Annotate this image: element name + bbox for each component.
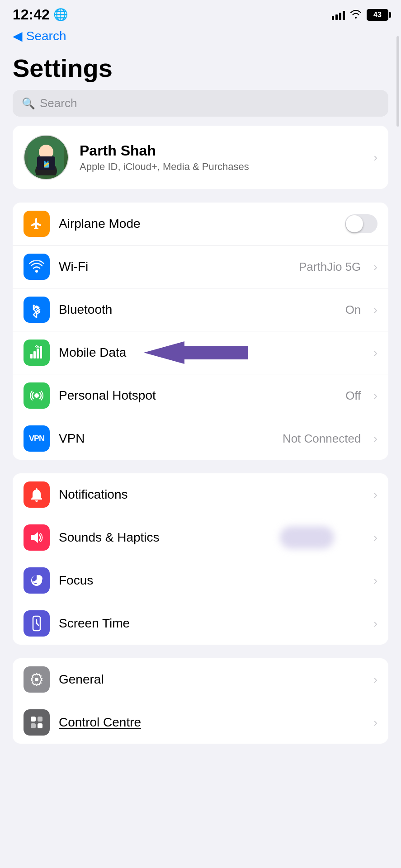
profile-subtitle: Apple ID, iCloud+, Media & Purchases	[80, 161, 363, 173]
scrollbar[interactable]	[396, 36, 399, 127]
signal-bars	[332, 10, 345, 20]
signal-bar-1	[332, 16, 334, 20]
focus-icon	[24, 567, 50, 594]
vpn-row[interactable]: VPN VPN Not Connected ›	[13, 417, 388, 460]
status-time: 12:42	[13, 6, 50, 23]
airplane-mode-toggle[interactable]	[345, 214, 377, 233]
page-title: Settings	[13, 53, 388, 83]
connectivity-card: Airplane Mode Wi-Fi ParthJio 5G › Bl	[13, 203, 388, 460]
focus-row[interactable]: Focus ›	[13, 559, 388, 602]
profile-name: Parth Shah	[80, 142, 363, 159]
notifications-row[interactable]: Notifications ›	[13, 473, 388, 516]
bluetooth-chevron: ›	[373, 303, 377, 317]
general-label: General	[59, 672, 364, 687]
personal-hotspot-chevron: ›	[373, 389, 377, 403]
globe-icon: 🌐	[53, 8, 68, 22]
mobile-data-label: Mobile Data	[59, 345, 364, 360]
control-centre-icon	[24, 709, 50, 736]
battery-indicator: 43	[367, 9, 388, 21]
svg-point-5	[35, 270, 38, 273]
screen-time-row[interactable]: Screen Time ›	[13, 602, 388, 645]
personal-hotspot-icon	[24, 382, 50, 409]
status-bar: 12:42 🌐 43	[0, 0, 401, 27]
screen-time-label: Screen Time	[59, 616, 364, 631]
personal-hotspot-value: Off	[345, 389, 361, 403]
focus-chevron: ›	[373, 574, 377, 588]
general-card: Notifications › Sounds & Haptics › Focu	[13, 473, 388, 645]
general-chevron: ›	[373, 673, 377, 687]
personal-hotspot-row[interactable]: Personal Hotspot Off ›	[13, 374, 388, 417]
control-centre-chevron: ›	[373, 716, 377, 730]
back-nav[interactable]: ◀ Search	[0, 27, 401, 49]
svg-rect-19	[38, 723, 42, 728]
svg-rect-16	[31, 717, 36, 722]
toggle-knob	[346, 215, 363, 232]
sounds-haptics-row[interactable]: Sounds & Haptics ›	[13, 516, 388, 559]
svg-rect-12	[31, 535, 34, 540]
notifications-icon	[24, 481, 50, 508]
airplane-mode-icon	[24, 211, 50, 237]
vpn-label: VPN	[59, 431, 274, 446]
vpn-icon: VPN	[24, 425, 50, 452]
bluetooth-label: Bluetooth	[59, 302, 336, 317]
sounds-haptics-chevron: ›	[373, 531, 377, 545]
mobile-data-chevron: ›	[373, 346, 377, 360]
back-link[interactable]: ◀ Search	[13, 28, 388, 43]
status-right: 43	[332, 9, 388, 21]
general-row[interactable]: General ›	[13, 658, 388, 701]
page-title-container: Settings	[0, 49, 401, 90]
signal-bar-2	[335, 14, 338, 20]
vpn-value: Not Connected	[283, 432, 361, 446]
mobile-data-row[interactable]: Mobile Data ›	[13, 331, 388, 374]
airplane-mode-row[interactable]: Airplane Mode	[13, 203, 388, 245]
sounds-haptics-icon	[24, 524, 50, 551]
wifi-chevron: ›	[373, 260, 377, 274]
vpn-chevron: ›	[373, 432, 377, 446]
battery-level: 43	[373, 11, 382, 19]
mobile-data-icon	[24, 340, 50, 366]
notifications-chevron: ›	[373, 488, 377, 502]
notifications-label: Notifications	[59, 487, 364, 502]
svg-rect-9	[40, 346, 42, 359]
svg-point-14	[36, 623, 38, 624]
avatar: 🎽	[24, 135, 69, 180]
focus-label: Focus	[59, 573, 364, 588]
wifi-status-icon	[349, 9, 362, 21]
personal-hotspot-label: Personal Hotspot	[59, 388, 336, 403]
control-centre-label: Control Centre	[59, 715, 364, 730]
search-bar[interactable]: 🔍 Search	[13, 90, 388, 117]
svg-rect-8	[37, 349, 39, 359]
bluetooth-icon	[24, 297, 50, 323]
wifi-row[interactable]: Wi-Fi ParthJio 5G ›	[13, 245, 388, 288]
airplane-mode-label: Airplane Mode	[59, 217, 336, 231]
system-card: General › Control Centre ›	[13, 658, 388, 744]
control-centre-row[interactable]: Control Centre ›	[13, 701, 388, 744]
bluetooth-row[interactable]: Bluetooth On ›	[13, 288, 388, 331]
signal-bar-4	[343, 11, 345, 20]
bluetooth-value: On	[345, 303, 361, 317]
status-left: 12:42 🌐	[13, 6, 68, 23]
finger-blur-overlay	[280, 526, 334, 549]
svg-text:🎽: 🎽	[42, 160, 51, 168]
wifi-value: ParthJio 5G	[299, 260, 361, 274]
wifi-icon	[24, 254, 50, 280]
profile-info: Parth Shah Apple ID, iCloud+, Media & Pu…	[80, 142, 363, 173]
profile-card[interactable]: 🎽 Parth Shah Apple ID, iCloud+, Media & …	[13, 126, 388, 189]
profile-chevron: ›	[373, 151, 377, 165]
svg-rect-18	[31, 723, 36, 728]
screen-time-icon	[24, 610, 50, 637]
svg-rect-17	[38, 717, 42, 722]
svg-rect-6	[30, 354, 33, 359]
svg-point-11	[34, 393, 39, 398]
svg-rect-7	[33, 351, 36, 359]
search-placeholder: Search	[40, 96, 77, 110]
wifi-label: Wi-Fi	[59, 259, 290, 274]
search-bar-container: 🔍 Search	[0, 90, 401, 126]
svg-point-15	[35, 678, 38, 681]
general-icon	[24, 666, 50, 693]
screen-time-chevron: ›	[373, 617, 377, 631]
search-icon: 🔍	[22, 97, 35, 110]
signal-bar-3	[339, 13, 341, 20]
profile-row[interactable]: 🎽 Parth Shah Apple ID, iCloud+, Media & …	[13, 126, 388, 189]
